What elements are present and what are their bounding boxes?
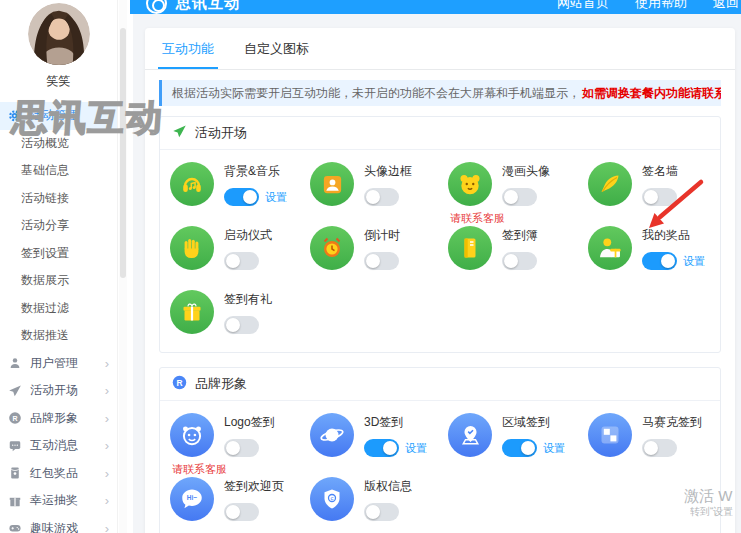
notice-text: 根据活动实际需要开启互动功能，未开启的功能不会在大屏幕和手机端显示， xyxy=(172,85,580,102)
chevron-right-icon: › xyxy=(105,494,109,507)
toggle-background-music[interactable] xyxy=(224,188,259,206)
section-title: 品牌形象 xyxy=(195,375,247,393)
svg-text:c: c xyxy=(331,495,334,501)
toggle-comic-avatar[interactable] xyxy=(502,188,537,206)
toggle-signature-wall[interactable] xyxy=(642,188,677,206)
sidebar-nav: 活动管理 活动概览 基础信息 活动链接 活动分享 签到设置 数据展示 数据过滤 … xyxy=(0,102,117,533)
avatar xyxy=(28,3,90,65)
chevron-right-icon: › xyxy=(105,357,109,370)
hand-icon xyxy=(170,226,214,270)
feature-launch-ceremony: 启动仪式 xyxy=(170,226,310,270)
sidebar-item-signin-settings[interactable]: 签到设置 xyxy=(0,240,117,268)
sidebar-item-data-display[interactable]: 数据展示 xyxy=(0,267,117,295)
person-gift-icon xyxy=(588,226,632,270)
sidebar-item-activity-management[interactable]: 活动管理 xyxy=(0,102,117,130)
toggle-logo-signin[interactable] xyxy=(224,439,259,457)
toggle-mosaic-signin[interactable] xyxy=(642,439,677,457)
tab-interactive-features[interactable]: 互动功能 xyxy=(158,28,218,69)
chevron-right-icon: › xyxy=(105,522,109,533)
sidebar-item-activity-share[interactable]: 活动分享 xyxy=(0,212,117,240)
sidebar-item-brand-image[interactable]: R 品牌形象 › xyxy=(0,405,117,433)
comic-bear-icon xyxy=(448,162,492,206)
sidebar-item-interactive-message[interactable]: 互动消息 › xyxy=(0,432,117,460)
red-packet-icon xyxy=(8,466,23,481)
sidebar-item-user-management[interactable]: 用户管理 › xyxy=(0,350,117,378)
sidebar: 笑笑 活动管理 活动概览 基础信息 活动链接 活动分享 签到设置 数据展示 数据… xyxy=(0,0,118,533)
tab-custom-icons[interactable]: 自定义图标 xyxy=(240,28,313,69)
feature-countdown: 倒计时 xyxy=(310,226,448,270)
sidebar-item-basic-info[interactable]: 基础信息 xyxy=(0,157,117,185)
settings-link[interactable]: 设置 xyxy=(405,441,427,456)
paper-plane-icon xyxy=(172,124,187,142)
svg-text:R: R xyxy=(12,415,17,422)
contact-service-note: 请联系客服 xyxy=(450,211,505,226)
feature-my-prizes: 我的奖品 设置 xyxy=(588,226,720,270)
feature-3d-signin: 3D签到 设置 xyxy=(310,413,448,457)
toggle-copyright-info[interactable] xyxy=(364,503,399,521)
toggle-countdown[interactable] xyxy=(364,252,399,270)
gift-box-icon xyxy=(8,493,23,508)
alarm-clock-icon xyxy=(310,226,354,270)
sidebar-item-lucky-draw[interactable]: 幸运抽奖 › xyxy=(0,487,117,515)
section-title: 活动开场 xyxy=(195,124,247,142)
gift-icon xyxy=(170,290,214,334)
sidebar-scrollbar-thumb[interactable] xyxy=(120,28,126,278)
svg-text:Hi~: Hi~ xyxy=(187,494,198,501)
mosaic-grid-icon xyxy=(588,413,632,457)
toggle-launch-ceremony[interactable] xyxy=(224,252,259,270)
toggle-avatar-frame[interactable] xyxy=(364,188,399,206)
settings-link[interactable]: 设置 xyxy=(265,190,287,205)
feature-welcome-page: Hi~ 签到欢迎页 xyxy=(170,477,310,521)
nav-help-link[interactable]: 使用帮助 xyxy=(635,0,687,12)
quill-icon xyxy=(588,162,632,206)
toggle-welcome-page[interactable] xyxy=(224,503,259,521)
content-card: 互动功能 自定义图标 根据活动实际需要开启互动功能，未开启的功能不会在大屏幕和手… xyxy=(145,28,735,533)
nav-back-link[interactable]: 返回 xyxy=(713,0,739,12)
feature-mosaic-signin: 马赛克签到 xyxy=(588,413,720,457)
contact-service-note: 请联系客服 xyxy=(172,462,227,477)
toggle-signin-book[interactable] xyxy=(502,252,537,270)
feature-area-signin: 区域签到 设置 xyxy=(448,413,588,457)
toggle-3d-signin[interactable] xyxy=(364,439,399,457)
sidebar-item-data-filter[interactable]: 数据过滤 xyxy=(0,295,117,323)
sidebar-item-activity-opening[interactable]: 活动开场 › xyxy=(0,377,117,405)
sidebar-item-label: 活动管理 xyxy=(30,107,78,124)
avatar-frame-icon xyxy=(310,162,354,206)
book-icon xyxy=(448,226,492,270)
nav-home-link[interactable]: 网站首页 xyxy=(557,0,609,12)
toggle-area-signin[interactable] xyxy=(502,439,537,457)
user-icon xyxy=(8,356,23,371)
header-nav: 网站首页 使用帮助 返回 xyxy=(557,0,741,12)
toggle-my-prizes[interactable] xyxy=(642,252,677,270)
sidebar-item-fun-games[interactable]: 趣味游戏 › xyxy=(0,515,117,533)
music-headphones-icon xyxy=(170,162,214,206)
settings-link[interactable]: 设置 xyxy=(683,254,705,269)
sidebar-item-data-push[interactable]: 数据推送 xyxy=(0,322,117,350)
location-pin-icon xyxy=(448,413,492,457)
paper-plane-icon xyxy=(8,383,23,398)
main-area: 互动功能 自定义图标 根据活动实际需要开启互动功能，未开启的功能不会在大屏幕和手… xyxy=(133,14,741,533)
feature-grid: Logo签到 请联系客服 3D签到 设置 xyxy=(160,401,720,533)
svg-text:R: R xyxy=(176,378,182,388)
section-activity-opening: 活动开场 背景&音乐 设置 xyxy=(159,116,721,353)
chat-icon xyxy=(8,438,23,453)
feature-background-music: 背景&音乐 设置 xyxy=(170,162,310,206)
chevron-right-icon: › xyxy=(105,412,109,425)
sidebar-item-activity-overview[interactable]: 活动概览 xyxy=(0,130,117,158)
hi-bubble-icon: Hi~ xyxy=(170,477,214,521)
top-header: 思讯互动 网站首页 使用帮助 返回 xyxy=(130,0,741,14)
feature-signin-book: 签到簿 xyxy=(448,226,588,270)
sidebar-item-redpacket-prizes[interactable]: 红包奖品 › xyxy=(0,460,117,488)
planet-icon xyxy=(310,413,354,457)
settings-link[interactable]: 设置 xyxy=(543,441,565,456)
chevron-right-icon: › xyxy=(105,439,109,452)
feature-signature-wall: 签名墙 xyxy=(588,162,720,206)
brand-logo-icon xyxy=(146,0,167,14)
username: 笑笑 xyxy=(0,73,117,90)
brand-title: 思讯互动 xyxy=(176,0,240,13)
sidebar-scrollbar xyxy=(119,0,127,533)
sidebar-item-activity-link[interactable]: 活动链接 xyxy=(0,185,117,213)
toggle-signin-gift[interactable] xyxy=(224,316,259,334)
shield-icon: c xyxy=(310,477,354,521)
feature-grid: 背景&音乐 设置 头像边框 xyxy=(160,150,720,352)
